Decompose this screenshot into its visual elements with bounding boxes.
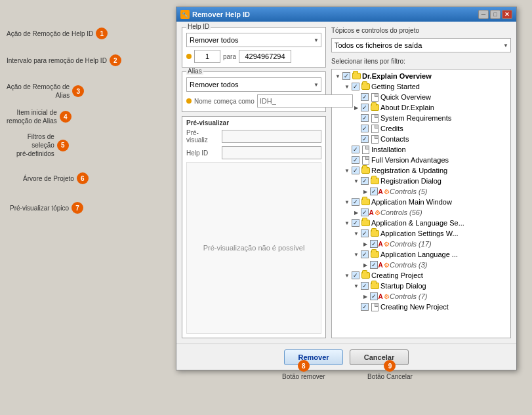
range-from-input[interactable] xyxy=(194,50,220,63)
minimize-button[interactable]: ─ xyxy=(478,10,489,19)
maximize-button[interactable]: □ xyxy=(490,10,501,19)
annotation-9-text: Botão Cancelar xyxy=(367,373,413,381)
tree-item-startupdialog[interactable]: ▼ Startup Dialog xyxy=(333,281,509,291)
annotation-1: Ação de Remoção de Help ID 1 xyxy=(7,28,108,39)
help-id-combo[interactable]: Remover todos xyxy=(186,33,321,47)
help-id-label: Help ID xyxy=(186,23,211,30)
alias-combo[interactable]: Remover todos xyxy=(186,77,321,92)
expander-registration[interactable]: ▼ xyxy=(342,166,352,175)
expander-mainwindow[interactable]: ▼ xyxy=(342,197,352,207)
expander-aboutdrexplain[interactable]: ▶ xyxy=(352,103,361,112)
annotation-badge-5: 5 xyxy=(57,140,69,151)
annotation-3: Ação de Remoção deAlias 3 xyxy=(7,83,84,100)
expander-drexplain[interactable]: ▼ xyxy=(333,71,342,81)
checkbox-creatingnewproject[interactable] xyxy=(361,303,369,311)
preview-helpid-label: Help ID xyxy=(186,149,219,157)
checkbox-controls56[interactable] xyxy=(361,208,369,216)
expander-controls7[interactable]: ▶ xyxy=(361,292,370,301)
tree-item-controls17[interactable]: ▶ A⚙ Controls (17) xyxy=(333,239,509,249)
tree-item-mainwindow[interactable]: ▼ Application Main Window xyxy=(333,197,509,207)
checkbox-aboutdrexplain[interactable] xyxy=(361,104,369,111)
tree-label-controls56: Controls (56) xyxy=(380,208,422,216)
preview-topic-input[interactable] xyxy=(222,130,321,143)
filter-combo[interactable]: Todos os ficheiros de saída xyxy=(331,38,511,52)
alias-name-label: Nome começa como xyxy=(194,98,255,105)
range-to-input[interactable] xyxy=(239,50,291,63)
folder-icon-applangse xyxy=(361,218,370,227)
checkbox-regdialog[interactable] xyxy=(361,177,369,185)
checkbox-applang[interactable] xyxy=(361,250,369,258)
annotation-5-text: Filtros deseleçãopré-definidos xyxy=(16,132,54,158)
expander-appsettings[interactable]: ▼ xyxy=(352,229,361,238)
checkbox-sysreq[interactable] xyxy=(361,114,369,122)
alias-name-input[interactable] xyxy=(257,94,353,108)
checkbox-installation[interactable] xyxy=(352,146,359,153)
tree-item-controls56[interactable]: ▶ A⚙ Controls (56) xyxy=(333,207,509,218)
expander-creatingproject[interactable]: ▼ xyxy=(342,271,352,280)
checkbox-controls5[interactable] xyxy=(370,188,378,195)
tree-item-applang[interactable]: ▼ Application Language ... xyxy=(333,249,509,260)
checkbox-controls3[interactable] xyxy=(370,261,378,269)
expander-applangse[interactable]: ▼ xyxy=(342,218,352,227)
folder-icon-registration xyxy=(361,166,370,175)
tree-item-installation[interactable]: ▸ Installation xyxy=(333,144,509,155)
dialog-content: Help ID Remover todos para Alias xyxy=(176,22,516,344)
expander-gettingstarted[interactable]: ▼ xyxy=(342,82,352,91)
tree-label-drexplain: Dr.Explain Overview xyxy=(362,72,432,80)
checkbox-quickoverview[interactable] xyxy=(361,93,369,101)
close-button[interactable]: ✕ xyxy=(502,10,512,19)
preview-helpid-input[interactable] xyxy=(222,146,321,159)
controls-icon-17: A⚙ xyxy=(379,239,388,248)
tree-item-sysreq[interactable]: ▸ System Requirements xyxy=(333,113,509,123)
tree-item-contacts[interactable]: ▸ Contacts xyxy=(333,134,509,144)
checkbox-applangse[interactable] xyxy=(352,219,359,227)
annotation-6-text: Árvore de Projeto xyxy=(23,174,74,183)
checkbox-credits[interactable] xyxy=(361,125,369,132)
checkbox-controls17[interactable] xyxy=(370,240,378,248)
page-icon-credits xyxy=(370,124,379,133)
expander-startupdialog[interactable]: ▼ xyxy=(352,281,361,290)
tree-item-gettingstarted[interactable]: ▼ Getting Started xyxy=(333,81,509,92)
expander-controls17[interactable]: ▶ xyxy=(361,239,370,248)
project-tree[interactable]: ▼ Dr.Explain Overview ▼ Getting Started … xyxy=(331,69,511,338)
tree-label-installation: Installation xyxy=(371,146,406,153)
tree-item-fullversion[interactable]: ▸ Full Version Advantages xyxy=(333,155,509,165)
checkbox-drexplain[interactable] xyxy=(342,72,350,80)
tree-item-registration[interactable]: ▼ Registration & Updating xyxy=(333,165,509,176)
alias-section: Alias Remover todos Nome começa como xyxy=(182,71,326,112)
tree-item-creatingnewproject[interactable]: ▸ Creating New Project xyxy=(333,302,509,312)
filter-combo-wrapper: Todos os ficheiros de saída xyxy=(331,38,511,52)
tree-item-controls3[interactable]: ▶ A⚙ Controls (3) xyxy=(333,260,509,270)
expander-regdialog[interactable]: ▼ xyxy=(352,176,361,186)
checkbox-startupdialog[interactable] xyxy=(361,282,369,290)
tree-item-controls7[interactable]: ▶ A⚙ Controls (7) xyxy=(333,291,509,302)
checkbox-mainwindow[interactable] xyxy=(352,198,359,206)
tree-item-quickoverview[interactable]: ▸ Quick Overview xyxy=(333,92,509,102)
tree-item-aboutdrexplain[interactable]: ▶ About Dr.Explain xyxy=(333,102,509,113)
tree-item-regdialog[interactable]: ▼ Registration Dialog xyxy=(333,176,509,186)
checkbox-gettingstarted[interactable] xyxy=(352,83,359,90)
expander-quickoverview: ▸ xyxy=(352,92,361,102)
tree-item-drexplain[interactable]: ▼ Dr.Explain Overview xyxy=(333,71,509,81)
expander-controls5[interactable]: ▶ xyxy=(361,187,370,196)
expander-controls56[interactable]: ▶ xyxy=(352,208,361,217)
checkbox-registration[interactable] xyxy=(352,167,359,174)
folder-icon-creatingproject xyxy=(361,271,370,280)
expander-contacts: ▸ xyxy=(352,134,361,144)
checkbox-controls7[interactable] xyxy=(370,292,378,300)
tree-label-startupdialog: Startup Dialog xyxy=(380,282,426,290)
checkbox-fullversion[interactable] xyxy=(352,156,359,164)
tree-item-applangse[interactable]: ▼ Application & Language Se... xyxy=(333,218,509,228)
checkbox-appsettings[interactable] xyxy=(361,229,369,237)
expander-applang[interactable]: ▼ xyxy=(352,250,361,259)
folder-icon-appsettings xyxy=(370,229,379,238)
tree-item-appsettings[interactable]: ▼ Application Settings W... xyxy=(333,228,509,239)
checkbox-creatingproject[interactable] xyxy=(352,271,359,279)
tree-item-credits[interactable]: ▸ Credits xyxy=(333,123,509,134)
tree-label-controls17: Controls (17) xyxy=(390,240,432,248)
checkbox-contacts[interactable] xyxy=(361,135,369,143)
tree-item-creatingproject[interactable]: ▼ Creating Project xyxy=(333,270,509,281)
expander-controls3[interactable]: ▶ xyxy=(361,260,370,269)
tree-item-controls5[interactable]: ▶ A⚙ Controls (5) xyxy=(333,186,509,197)
folder-icon-startupdialog xyxy=(370,281,379,290)
